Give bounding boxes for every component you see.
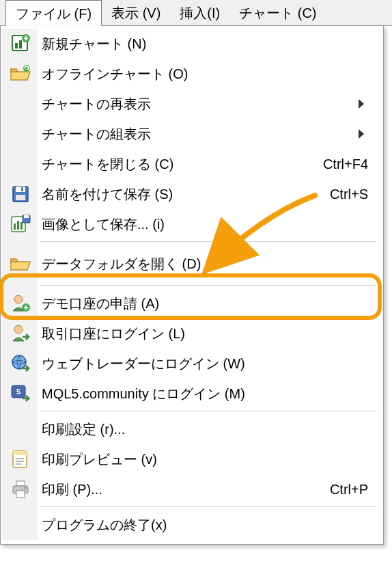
menu-label: MQL5.community にログイン (M) bbox=[42, 385, 368, 403]
save-icon bbox=[9, 182, 32, 206]
menu-open-data-folder[interactable]: データフォルダを開く (D) bbox=[2, 245, 382, 283]
menu-label: 名前を付けて保存 (S) bbox=[42, 185, 330, 204]
menu-label: 新規チャート (N) bbox=[42, 35, 368, 53]
menu-print-setup[interactable]: 印刷設定 (r)... bbox=[2, 414, 382, 444]
globe-login-icon bbox=[9, 352, 32, 375]
menubar-insert[interactable]: 挿入(I) bbox=[170, 0, 229, 25]
menubar: ファイル (F) 表示 (V) 挿入(I) チャート (C) bbox=[0, 0, 392, 26]
menu-separator bbox=[2, 409, 382, 414]
menu-chart-group-display[interactable]: チャートの組表示 bbox=[2, 119, 382, 149]
menu-label: 画像として保存... (i) bbox=[42, 215, 368, 234]
menu-login-webtrader[interactable]: ウェブトレーダーにログイン (W) bbox=[2, 349, 382, 379]
file-dropdown: 新規チャート (N) オフラインチャート (O) チャートの再表示 チャートの組… bbox=[0, 26, 384, 545]
menu-login-mql5[interactable]: 5 MQL5.community にログイン (M) bbox=[2, 379, 382, 409]
menu-label: 印刷設定 (r)... bbox=[42, 420, 368, 439]
menu-label: ウェブトレーダーにログイン (W) bbox=[42, 355, 368, 373]
mql5-login-icon: 5 bbox=[9, 382, 32, 405]
menu-separator bbox=[2, 239, 382, 245]
svg-rect-6 bbox=[16, 187, 25, 192]
svg-rect-28 bbox=[16, 491, 25, 498]
menu-save-as[interactable]: 名前を付けて保存 (S) Ctrl+S bbox=[2, 179, 382, 209]
svg-rect-7 bbox=[21, 187, 23, 191]
svg-rect-12 bbox=[20, 222, 23, 230]
menu-login-trade[interactable]: 取引口座にログイン (L) bbox=[2, 318, 382, 349]
svg-rect-1 bbox=[15, 43, 18, 49]
svg-rect-26 bbox=[16, 481, 25, 486]
svg-rect-22 bbox=[13, 451, 27, 455]
svg-rect-8 bbox=[16, 195, 25, 200]
svg-point-18 bbox=[12, 355, 26, 369]
menu-demo-account[interactable]: デモ口座の申請 (A) bbox=[2, 288, 382, 318]
svg-point-17 bbox=[14, 325, 23, 334]
submenu-arrow-icon bbox=[359, 99, 364, 109]
menu-label: 印刷 (P)... bbox=[42, 480, 330, 499]
menu-print-preview[interactable]: 印刷プレビュー (v) bbox=[2, 444, 382, 474]
menu-save-image[interactable]: 画像として保存... (i) bbox=[2, 209, 382, 239]
new-chart-icon bbox=[9, 32, 32, 55]
svg-point-29 bbox=[25, 487, 27, 489]
user-add-icon bbox=[9, 292, 32, 315]
menubar-view[interactable]: 表示 (V) bbox=[102, 0, 170, 25]
menu-label: チャートの組表示 bbox=[42, 125, 359, 144]
menubar-file[interactable]: ファイル (F) bbox=[5, 0, 102, 26]
svg-point-15 bbox=[14, 295, 23, 303]
menu-label: オフラインチャート (O) bbox=[42, 65, 368, 83]
menu-label: データフォルダを開く (D) bbox=[42, 255, 368, 273]
svg-rect-14 bbox=[24, 215, 29, 218]
user-login-icon bbox=[9, 322, 32, 345]
menu-chart-close[interactable]: チャートを閉じる (C) Ctrl+F4 bbox=[2, 149, 382, 179]
menu-offline-chart[interactable]: オフラインチャート (O) bbox=[2, 59, 382, 89]
menu-label: 印刷プレビュー (v) bbox=[42, 450, 368, 469]
save-image-icon bbox=[9, 213, 32, 236]
menu-exit[interactable]: プログラムの終了(x) bbox=[2, 510, 382, 540]
menu-print[interactable]: 印刷 (P)... Ctrl+P bbox=[2, 474, 382, 504]
folder-open-icon bbox=[9, 62, 32, 85]
menubar-chart[interactable]: チャート (C) bbox=[229, 0, 326, 25]
menu-label: プログラムの終了(x) bbox=[42, 516, 368, 534]
svg-text:5: 5 bbox=[16, 387, 20, 396]
menu-separator bbox=[2, 283, 382, 288]
svg-rect-10 bbox=[14, 223, 16, 230]
shortcut: Ctrl+F4 bbox=[323, 157, 368, 172]
menu-separator bbox=[2, 504, 382, 510]
submenu-arrow-icon bbox=[359, 129, 364, 139]
menu-label: 取引口座にログイン (L) bbox=[42, 325, 368, 343]
menu-label: チャートの再表示 bbox=[42, 95, 359, 113]
menu-label: チャートを閉じる (C) bbox=[42, 155, 323, 174]
shortcut: Ctrl+P bbox=[330, 482, 368, 498]
print-preview-icon bbox=[9, 448, 32, 471]
menu-chart-redisplay[interactable]: チャートの再表示 bbox=[2, 89, 382, 119]
printer-icon bbox=[9, 478, 32, 501]
svg-rect-2 bbox=[19, 40, 22, 49]
menu-label: デモ口座の申請 (A) bbox=[42, 295, 368, 313]
svg-rect-11 bbox=[17, 221, 19, 230]
menu-new-chart[interactable]: 新規チャート (N) bbox=[2, 29, 382, 59]
folder-icon bbox=[9, 252, 32, 275]
shortcut: Ctrl+S bbox=[330, 187, 368, 202]
